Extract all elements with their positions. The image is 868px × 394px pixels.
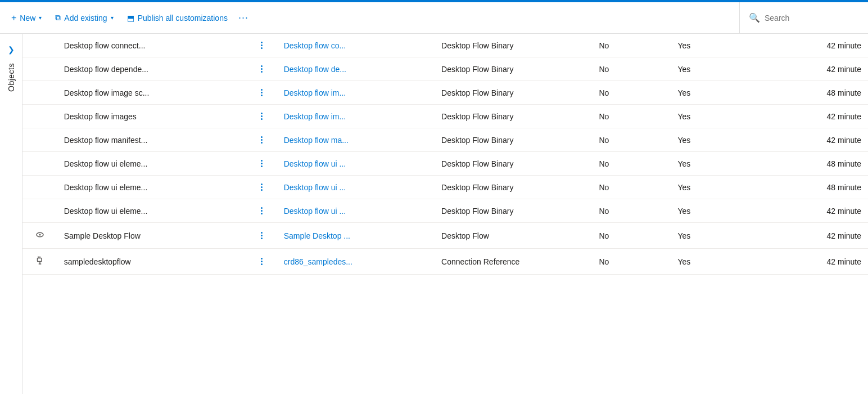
expand-sidebar-button[interactable]: ❯: [6, 43, 17, 56]
search-input[interactable]: [765, 14, 855, 23]
row-icon: [22, 199, 57, 223]
context-menu-button[interactable]: [253, 206, 270, 216]
row-menu[interactable]: [246, 199, 277, 223]
row-display-name: Desktop flow de...: [277, 57, 435, 81]
row-type: Desktop Flow Binary: [435, 152, 592, 176]
add-existing-chevron-icon: ▾: [111, 15, 114, 21]
row-icon: [22, 81, 57, 105]
row-menu[interactable]: [246, 249, 277, 275]
row-icon: [22, 34, 57, 57]
row-customizable: Yes: [671, 105, 750, 128]
row-display-name: Desktop flow im...: [277, 81, 435, 105]
more-button[interactable]: ···: [234, 9, 252, 27]
row-modified: 42 minute: [750, 223, 868, 249]
context-menu-button[interactable]: [253, 135, 270, 145]
table-row[interactable]: Desktop flow manifest... Desktop flow ma…: [22, 128, 868, 152]
row-customizable: Yes: [671, 128, 750, 152]
new-label: New: [20, 14, 35, 23]
row-type: Desktop Flow Binary: [435, 176, 592, 199]
row-menu[interactable]: [246, 176, 277, 199]
row-modified: 42 minute: [750, 249, 868, 275]
row-name: Desktop flow image sc...: [57, 81, 246, 105]
table-row[interactable]: Desktop flow ui eleme... Desktop flow ui…: [22, 176, 868, 199]
table-row[interactable]: Desktop flow ui eleme... Desktop flow ui…: [22, 199, 868, 223]
toolbar: + New ▾ ⧉ Add existing ▾ ⬒ Publish all c…: [0, 2, 868, 34]
row-icon: [22, 152, 57, 176]
table-row[interactable]: Desktop flow image sc... Desktop flow im…: [22, 81, 868, 105]
row-modified: 42 minute: [750, 34, 868, 57]
row-managed: No: [592, 57, 671, 81]
row-name: Desktop flow manifest...: [57, 128, 246, 152]
row-managed: No: [592, 152, 671, 176]
new-chevron-icon: ▾: [39, 15, 42, 21]
row-name: Desktop flow depende...: [57, 57, 246, 81]
row-display-name: Desktop flow ui ...: [277, 199, 435, 223]
row-managed: No: [592, 81, 671, 105]
row-type: Desktop Flow Binary: [435, 199, 592, 223]
context-menu-button[interactable]: [253, 111, 270, 121]
row-type: Desktop Flow Binary: [435, 81, 592, 105]
search-box: 🔍: [739, 2, 864, 33]
table-row[interactable]: Desktop flow depende... Desktop flow de.…: [22, 57, 868, 81]
publish-button[interactable]: ⬒ Publish all customizations: [120, 10, 234, 26]
row-managed: No: [592, 199, 671, 223]
plus-icon: +: [11, 13, 16, 23]
row-customizable: Yes: [671, 249, 750, 275]
row-icon: [22, 105, 57, 128]
content-area: Desktop flow connect... Desktop flow co.…: [22, 34, 868, 394]
row-name: Desktop flow ui eleme...: [57, 176, 246, 199]
row-display-name: Desktop flow ui ...: [277, 176, 435, 199]
svg-rect-4: [37, 258, 42, 262]
row-modified: 42 minute: [750, 128, 868, 152]
context-menu-button[interactable]: [253, 41, 270, 50]
sidebar-toggle: ❯ Objects: [0, 34, 22, 394]
row-menu[interactable]: [246, 81, 277, 105]
row-menu[interactable]: [246, 105, 277, 128]
row-icon: [22, 249, 57, 275]
table-row[interactable]: Sample Desktop Flow Sample Desktop ... D…: [22, 223, 868, 249]
row-customizable: Yes: [671, 199, 750, 223]
context-menu-button[interactable]: [253, 182, 270, 192]
row-menu[interactable]: [246, 34, 277, 57]
objects-label: Objects: [7, 63, 16, 92]
row-icon: [22, 128, 57, 152]
row-managed: No: [592, 223, 671, 249]
row-customizable: Yes: [671, 223, 750, 249]
table-row[interactable]: Desktop flow images Desktop flow im... D…: [22, 105, 868, 128]
publish-icon: ⬒: [127, 14, 134, 23]
row-type: Desktop Flow Binary: [435, 57, 592, 81]
table-row[interactable]: Desktop flow ui eleme... Desktop flow ui…: [22, 152, 868, 176]
row-menu[interactable]: [246, 128, 277, 152]
row-customizable: Yes: [671, 152, 750, 176]
main-layout: ❯ Objects Desktop flow connect... Deskto…: [0, 34, 868, 394]
add-existing-button[interactable]: ⧉ Add existing ▾: [48, 10, 120, 26]
row-modified: 42 minute: [750, 199, 868, 223]
table-row[interactable]: sampledesktopflow crd86_sampledes... Con…: [22, 249, 868, 275]
row-display-name: Desktop flow co...: [277, 34, 435, 57]
row-name: Desktop flow connect...: [57, 34, 246, 57]
row-type: Connection Reference: [435, 249, 592, 275]
row-icon: [22, 176, 57, 199]
row-modified: 42 minute: [750, 105, 868, 128]
context-menu-button[interactable]: [253, 159, 270, 168]
context-menu-button[interactable]: [253, 257, 270, 266]
row-customizable: Yes: [671, 81, 750, 105]
row-menu[interactable]: [246, 152, 277, 176]
context-menu-button[interactable]: [253, 64, 270, 74]
row-display-name: Desktop flow ui ...: [277, 152, 435, 176]
context-menu-button[interactable]: [253, 231, 270, 240]
row-menu[interactable]: [246, 223, 277, 249]
row-managed: No: [592, 105, 671, 128]
more-label: ···: [238, 12, 248, 24]
new-button[interactable]: + New ▾: [4, 10, 48, 26]
context-menu-button[interactable]: [253, 88, 270, 97]
svg-point-1: [39, 234, 40, 236]
table-row[interactable]: Desktop flow connect... Desktop flow co.…: [22, 34, 868, 57]
row-modified: 48 minute: [750, 81, 868, 105]
search-icon: 🔍: [749, 12, 760, 23]
row-menu[interactable]: [246, 57, 277, 81]
row-type: Desktop Flow Binary: [435, 105, 592, 128]
row-managed: No: [592, 249, 671, 275]
row-managed: No: [592, 34, 671, 57]
row-name: Desktop flow ui eleme...: [57, 152, 246, 176]
